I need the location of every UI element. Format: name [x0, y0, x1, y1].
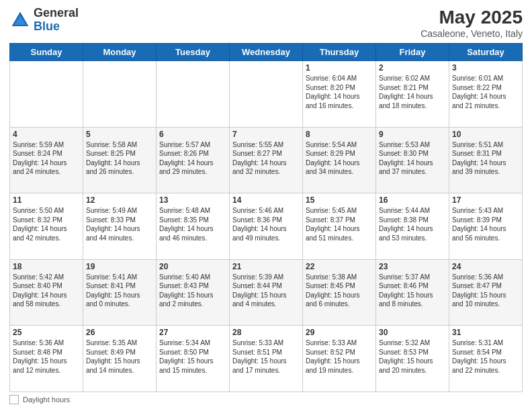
day-number: 24	[452, 262, 519, 271]
day-cell-14: 14Sunrise: 5:46 AM Sunset: 8:36 PM Dayli…	[230, 193, 303, 260]
weekday-header-friday: Friday	[376, 44, 449, 61]
logo-icon	[9, 9, 31, 31]
day-cell-25: 25Sunrise: 5:36 AM Sunset: 8:48 PM Dayli…	[10, 326, 83, 392]
day-info: Sunrise: 5:32 AM Sunset: 8:53 PM Dayligh…	[379, 338, 446, 375]
day-info: Sunrise: 5:59 AM Sunset: 8:24 PM Dayligh…	[13, 140, 80, 177]
day-number: 19	[86, 262, 153, 271]
day-info: Sunrise: 5:39 AM Sunset: 8:44 PM Dayligh…	[232, 273, 300, 309]
day-number: 23	[379, 262, 446, 271]
day-number: 22	[306, 262, 373, 271]
day-cell-17: 17Sunrise: 5:43 AM Sunset: 8:39 PM Dayli…	[449, 193, 523, 260]
day-cell-2: 2Sunrise: 6:02 AM Sunset: 8:21 PM Daylig…	[376, 61, 449, 128]
day-info: Sunrise: 5:31 AM Sunset: 8:54 PM Dayligh…	[452, 338, 519, 375]
day-cell-30: 30Sunrise: 5:32 AM Sunset: 8:53 PM Dayli…	[376, 326, 449, 392]
calendar-table: SundayMondayTuesdayWednesdayThursdayFrid…	[9, 43, 523, 392]
weekday-header-sunday: Sunday	[10, 44, 83, 61]
day-cell-7: 7Sunrise: 5:55 AM Sunset: 8:27 PM Daylig…	[230, 127, 303, 193]
page: General Blue May 2025 Casaleone, Veneto,…	[0, 0, 532, 411]
day-cell-empty-0	[10, 61, 83, 128]
logo: General Blue	[9, 7, 79, 34]
day-cell-27: 27Sunrise: 5:34 AM Sunset: 8:50 PM Dayli…	[157, 326, 230, 392]
day-cell-18: 18Sunrise: 5:42 AM Sunset: 8:40 PM Dayli…	[10, 259, 83, 326]
weekday-header-wednesday: Wednesday	[230, 44, 303, 61]
header: General Blue May 2025 Casaleone, Veneto,…	[9, 7, 523, 39]
day-info: Sunrise: 5:38 AM Sunset: 8:45 PM Dayligh…	[306, 273, 373, 309]
day-cell-28: 28Sunrise: 5:33 AM Sunset: 8:51 PM Dayli…	[230, 326, 303, 392]
week-row-5: 25Sunrise: 5:36 AM Sunset: 8:48 PM Dayli…	[10, 326, 523, 392]
day-cell-16: 16Sunrise: 5:44 AM Sunset: 8:38 PM Dayli…	[376, 193, 449, 260]
logo-blue-text: Blue	[34, 19, 60, 33]
day-cell-24: 24Sunrise: 5:36 AM Sunset: 8:47 PM Dayli…	[449, 259, 523, 326]
day-number: 27	[159, 328, 226, 337]
day-cell-19: 19Sunrise: 5:41 AM Sunset: 8:41 PM Dayli…	[83, 259, 157, 326]
day-number: 5	[86, 130, 153, 139]
day-cell-21: 21Sunrise: 5:39 AM Sunset: 8:44 PM Dayli…	[230, 259, 303, 326]
day-cell-3: 3Sunrise: 6:01 AM Sunset: 8:22 PM Daylig…	[449, 61, 523, 128]
day-info: Sunrise: 5:49 AM Sunset: 8:33 PM Dayligh…	[86, 206, 153, 242]
day-number: 7	[232, 130, 300, 139]
day-cell-29: 29Sunrise: 5:33 AM Sunset: 8:52 PM Dayli…	[303, 326, 376, 392]
day-number: 8	[306, 130, 373, 139]
logo-general-text: General	[34, 6, 79, 19]
day-number: 10	[452, 130, 519, 139]
day-cell-22: 22Sunrise: 5:38 AM Sunset: 8:45 PM Dayli…	[303, 259, 376, 326]
day-number: 26	[86, 328, 153, 337]
footer: Daylight hours	[9, 395, 523, 404]
weekday-header-tuesday: Tuesday	[157, 44, 230, 61]
title-block: May 2025 Casaleone, Veneto, Italy	[420, 7, 523, 39]
day-cell-23: 23Sunrise: 5:37 AM Sunset: 8:46 PM Dayli…	[376, 259, 449, 326]
day-info: Sunrise: 5:34 AM Sunset: 8:50 PM Dayligh…	[159, 338, 226, 375]
day-info: Sunrise: 5:33 AM Sunset: 8:51 PM Dayligh…	[232, 338, 300, 375]
day-info: Sunrise: 5:44 AM Sunset: 8:38 PM Dayligh…	[379, 206, 446, 242]
day-cell-empty-3	[230, 61, 303, 128]
day-info: Sunrise: 5:36 AM Sunset: 8:48 PM Dayligh…	[13, 338, 80, 375]
day-info: Sunrise: 5:36 AM Sunset: 8:47 PM Dayligh…	[452, 273, 519, 309]
day-info: Sunrise: 5:48 AM Sunset: 8:35 PM Dayligh…	[159, 206, 226, 242]
day-number: 18	[13, 262, 80, 271]
day-info: Sunrise: 5:57 AM Sunset: 8:26 PM Dayligh…	[159, 140, 226, 177]
weekday-header-monday: Monday	[83, 44, 157, 61]
daylight-box	[9, 395, 19, 404]
day-info: Sunrise: 5:42 AM Sunset: 8:40 PM Dayligh…	[13, 273, 80, 309]
week-row-2: 4Sunrise: 5:59 AM Sunset: 8:24 PM Daylig…	[10, 127, 523, 193]
day-number: 21	[232, 262, 300, 271]
weekday-header-saturday: Saturday	[449, 44, 523, 61]
day-cell-1: 1Sunrise: 6:04 AM Sunset: 8:20 PM Daylig…	[303, 61, 376, 128]
day-number: 4	[13, 130, 80, 139]
day-number: 28	[232, 328, 300, 337]
weekday-header-thursday: Thursday	[303, 44, 376, 61]
day-number: 13	[159, 195, 226, 205]
day-number: 3	[452, 63, 519, 73]
day-info: Sunrise: 5:51 AM Sunset: 8:31 PM Dayligh…	[452, 140, 519, 177]
day-number: 14	[232, 195, 300, 205]
day-cell-26: 26Sunrise: 5:35 AM Sunset: 8:49 PM Dayli…	[83, 326, 157, 392]
day-info: Sunrise: 5:55 AM Sunset: 8:27 PM Dayligh…	[232, 140, 300, 177]
day-number: 25	[13, 328, 80, 337]
day-info: Sunrise: 6:02 AM Sunset: 8:21 PM Dayligh…	[379, 74, 446, 110]
day-info: Sunrise: 5:41 AM Sunset: 8:41 PM Dayligh…	[86, 273, 153, 309]
day-info: Sunrise: 5:33 AM Sunset: 8:52 PM Dayligh…	[306, 338, 373, 375]
day-cell-15: 15Sunrise: 5:45 AM Sunset: 8:37 PM Dayli…	[303, 193, 376, 260]
day-cell-6: 6Sunrise: 5:57 AM Sunset: 8:26 PM Daylig…	[157, 127, 230, 193]
day-number: 17	[452, 195, 519, 205]
day-number: 6	[159, 130, 226, 139]
day-number: 12	[86, 195, 153, 205]
day-cell-9: 9Sunrise: 5:53 AM Sunset: 8:30 PM Daylig…	[376, 127, 449, 193]
week-row-3: 11Sunrise: 5:50 AM Sunset: 8:32 PM Dayli…	[10, 193, 523, 260]
day-info: Sunrise: 5:50 AM Sunset: 8:32 PM Dayligh…	[13, 206, 80, 242]
day-info: Sunrise: 6:04 AM Sunset: 8:20 PM Dayligh…	[306, 74, 373, 110]
day-info: Sunrise: 5:54 AM Sunset: 8:29 PM Dayligh…	[306, 140, 373, 177]
week-row-4: 18Sunrise: 5:42 AM Sunset: 8:40 PM Dayli…	[10, 259, 523, 326]
month-year: May 2025	[420, 7, 523, 28]
day-number: 11	[13, 195, 80, 205]
day-cell-10: 10Sunrise: 5:51 AM Sunset: 8:31 PM Dayli…	[449, 127, 523, 193]
day-info: Sunrise: 5:40 AM Sunset: 8:43 PM Dayligh…	[159, 273, 226, 309]
day-number: 29	[306, 328, 373, 337]
day-number: 2	[379, 63, 446, 73]
day-info: Sunrise: 5:45 AM Sunset: 8:37 PM Dayligh…	[306, 206, 373, 242]
week-row-1: 1Sunrise: 6:04 AM Sunset: 8:20 PM Daylig…	[10, 61, 523, 128]
weekday-header-row: SundayMondayTuesdayWednesdayThursdayFrid…	[10, 44, 523, 61]
day-cell-13: 13Sunrise: 5:48 AM Sunset: 8:35 PM Dayli…	[157, 193, 230, 260]
day-info: Sunrise: 5:58 AM Sunset: 8:25 PM Dayligh…	[86, 140, 153, 177]
daylight-label: Daylight hours	[23, 396, 70, 404]
